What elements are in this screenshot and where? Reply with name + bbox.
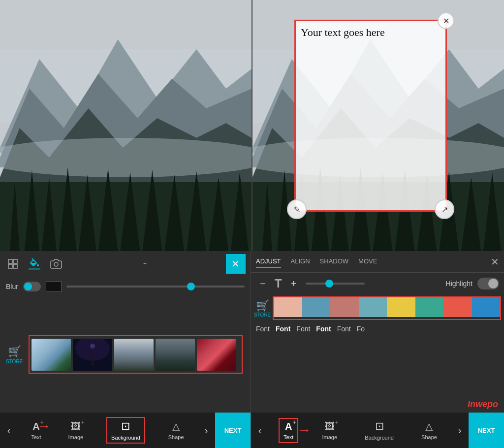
grid-icon[interactable] <box>5 256 21 272</box>
tab-shadow[interactable]: SHADOW <box>320 256 349 268</box>
thumbnail-4[interactable] <box>156 339 195 371</box>
thumbnail-1[interactable] <box>32 339 71 371</box>
increase-size-button[interactable]: + <box>287 277 301 290</box>
tab-align[interactable]: ALIGN <box>291 256 310 268</box>
right-nav-shape-label: Shape <box>421 434 437 440</box>
color-swatch-2[interactable] <box>302 297 330 317</box>
right-prev-arrow[interactable]: ‹ <box>251 413 269 448</box>
right-nav-items: A + Text → 🖼 + Image <box>269 413 451 448</box>
right-store-button[interactable]: 🛒 STORE <box>254 299 271 318</box>
highlight-label: Highlight <box>446 280 472 288</box>
text-placeholder: Your text goes here <box>296 21 445 44</box>
left-close-button[interactable]: ✕ <box>226 254 246 274</box>
highlight-toggle[interactable] <box>477 278 499 289</box>
color-swatch-1[interactable] <box>274 297 302 317</box>
right-nav-shape[interactable]: △ Shape <box>417 418 441 442</box>
svg-point-46 <box>90 344 95 349</box>
left-bottom-nav: ‹ A + Text 🖼 + Image <box>0 413 251 448</box>
left-nav-text-label: Text <box>31 434 41 440</box>
font-options-row: Font Font Font Font Font Fo <box>251 322 504 336</box>
blur-label: Blur <box>6 283 18 290</box>
right-bottom-nav: ‹ A + Text → 🖼 + <box>251 413 504 448</box>
color-swatch-6[interactable] <box>415 297 443 317</box>
font-option-2[interactable]: Font <box>276 325 290 333</box>
tabs-row: ADJUST ALIGN SHADOW MOVE ✕ <box>251 251 504 273</box>
right-nav-text-label: Text <box>284 434 293 440</box>
tab-move[interactable]: MOVE <box>358 256 377 268</box>
right-image-panel: ✕ Your text goes here ✎ ↗ <box>252 0 504 251</box>
left-image-panel <box>0 0 252 251</box>
left-toolbar-row: + ✕ <box>0 251 251 277</box>
svg-rect-40 <box>8 264 12 268</box>
right-nav-background[interactable]: ⊡ Background <box>361 418 398 443</box>
font-option-6[interactable]: Fo <box>357 325 365 333</box>
decrease-size-button[interactable]: − <box>256 277 270 290</box>
left-nav-shape-label: Shape <box>168 434 184 440</box>
svg-point-5 <box>0 138 252 177</box>
fontsize-row: − T + Highlight <box>251 273 504 294</box>
thumbnail-5[interactable] <box>197 339 236 371</box>
font-option-5[interactable]: Font <box>337 325 351 333</box>
thumbnail-2[interactable] <box>73 339 112 371</box>
left-nav-background-label: Background <box>111 435 140 441</box>
close-text-box-button[interactable]: ✕ <box>438 12 454 29</box>
edit-text-button[interactable]: ✎ <box>287 199 307 219</box>
left-nav-image-label: Image <box>68 434 84 440</box>
thumbnails-row <box>29 335 243 374</box>
right-nav-background-label: Background <box>365 435 394 441</box>
camera-icon[interactable] <box>48 256 64 272</box>
font-option-4[interactable]: Font <box>316 325 331 333</box>
left-bottom-panel: + ✕ Blur 🛒 STORE <box>0 251 251 448</box>
left-next-button[interactable]: NEXT <box>215 413 251 448</box>
tabs-close-button[interactable]: ✕ <box>491 256 499 268</box>
left-nav-image[interactable]: 🖼 + Image <box>64 419 88 442</box>
left-nav-items: A + Text 🖼 + Image ⊡ Backg <box>18 413 197 448</box>
svg-rect-41 <box>13 264 17 268</box>
paint-bucket-icon[interactable] <box>27 256 42 272</box>
color-swatch-8[interactable] <box>472 297 500 317</box>
color-black-swatch[interactable] <box>46 281 62 292</box>
color-swatch-3[interactable] <box>330 297 358 317</box>
right-nav-text[interactable]: A + Text → <box>279 418 298 443</box>
resize-text-button[interactable]: ↗ <box>435 199 454 219</box>
right-nav-image[interactable]: 🖼 + Image <box>318 419 341 442</box>
svg-point-42 <box>54 262 58 266</box>
left-prev-arrow[interactable]: ‹ <box>0 413 18 448</box>
left-nav-background[interactable]: ⊡ Background <box>106 417 145 444</box>
blur-toggle[interactable] <box>23 282 41 291</box>
font-option-3[interactable]: Font <box>296 325 310 333</box>
left-nav-text[interactable]: A + Text <box>27 419 45 442</box>
font-size-slider[interactable] <box>306 283 365 285</box>
thumbnail-3[interactable] <box>114 339 154 371</box>
svg-rect-39 <box>13 259 17 263</box>
right-next-button[interactable]: NEXT <box>469 413 504 448</box>
tab-adjust[interactable]: ADJUST <box>256 256 281 268</box>
svg-rect-38 <box>8 259 12 263</box>
right-bottom-panel: ADJUST ALIGN SHADOW MOVE ✕ − T + Highlig… <box>251 251 504 448</box>
left-next-arrow[interactable]: › <box>197 413 215 448</box>
svg-point-48 <box>91 354 94 358</box>
right-next-arrow[interactable]: › <box>451 413 469 448</box>
left-store-button[interactable]: 🛒 STORE <box>4 343 25 366</box>
left-nav-shape[interactable]: △ Shape <box>164 418 188 442</box>
blur-row: Blur <box>0 277 251 296</box>
text-size-icon: T <box>275 277 282 290</box>
text-overlay-box[interactable]: ✕ Your text goes here ✎ ↗ <box>294 20 447 212</box>
right-nav-image-label: Image <box>322 434 337 440</box>
color-swatch-4[interactable] <box>359 297 387 317</box>
color-swatch-5[interactable] <box>387 297 415 317</box>
color-swatch-7[interactable] <box>443 297 472 317</box>
font-option-1[interactable]: Font <box>256 325 270 333</box>
